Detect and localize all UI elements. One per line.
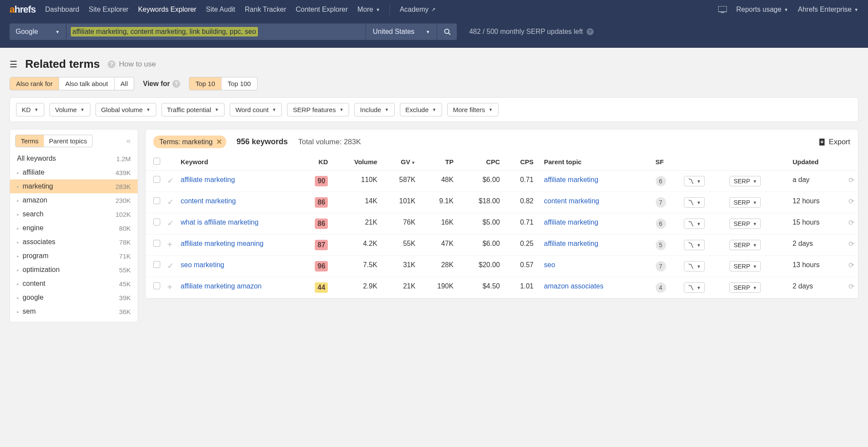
viewfor-option[interactable]: Top 100 [221,77,257,90]
row-checkbox[interactable] [153,197,160,204]
refresh-icon[interactable]: ⟳ [848,219,854,226]
col-parent[interactable]: Parent topic [537,153,652,171]
screen-icon[interactable] [718,6,727,13]
filter-chip[interactable]: Terms: marketing✕ [153,136,226,148]
col-updated[interactable]: Updated [789,153,845,171]
filter-serp-features[interactable]: SERP features▼ [287,103,349,116]
parent-topic-link[interactable]: affiliate marketing [544,176,598,183]
nav-keywords-explorer[interactable]: Keywords Explorer [138,6,196,13]
parent-topic-link[interactable]: affiliate marketing [544,219,598,226]
how-to-use[interactable]: ?How to use [108,60,156,69]
parent-topic-link[interactable]: seo [544,261,555,268]
sf-badge[interactable]: 7 [656,197,666,208]
col-sf[interactable]: SF [652,153,681,171]
parent-topic-link[interactable]: amazon associates [544,282,604,290]
filter-kd[interactable]: KD▼ [16,103,44,116]
sidebar-item[interactable]: ▸marketing283K [10,179,138,193]
nav-site-audit[interactable]: Site Audit [206,6,235,13]
nav-more[interactable]: More▼ [357,6,380,13]
nav-content-explorer[interactable]: Content Explorer [296,6,348,13]
country-select[interactable]: United States▼ [366,23,437,40]
sf-badge[interactable]: 6 [656,176,666,186]
plus-icon[interactable]: + [167,282,172,292]
nav-site-explorer[interactable]: Site Explorer [89,6,129,13]
nav-dashboard[interactable]: Dashboard [45,6,79,13]
sf-badge[interactable]: 6 [656,219,666,229]
keyword-link[interactable]: what is affiliate marketing [181,219,258,226]
col-keyword[interactable]: Keyword [177,153,299,171]
nav-enterprise[interactable]: Ahrefs Enterprise▼ [798,6,858,13]
refresh-icon[interactable]: ⟳ [848,240,854,248]
serp-button[interactable]: SERP▼ [729,219,761,229]
serp-button[interactable]: SERP▼ [729,240,761,250]
serp-button[interactable]: SERP▼ [729,176,761,186]
select-all-checkbox[interactable] [153,158,160,165]
filter-more-filters[interactable]: More filters▼ [447,103,498,116]
collapse-icon[interactable]: « [126,136,132,146]
parent-topic-link[interactable]: affiliate marketing [544,240,598,247]
mode-option[interactable]: Also talk about [59,77,114,90]
keyword-link[interactable]: affiliate marketing [181,176,235,183]
sidebar-item[interactable]: ▸optimization55K [10,263,138,277]
viewfor-option[interactable]: Top 10 [189,77,221,90]
search-button[interactable] [437,23,457,40]
sidebar-item[interactable]: ▸content45K [10,277,138,291]
keyword-link[interactable]: affiliate marketing meaning [181,240,264,247]
sidebar-item[interactable]: ▸program71K [10,249,138,263]
trend-button[interactable]: 〽▼ [684,197,705,208]
help-icon[interactable]: ? [172,80,180,88]
logo[interactable]: ahrefs [10,4,36,15]
sidebar-item[interactable]: ▸amazon230K [10,193,138,207]
filter-word-count[interactable]: Word count▼ [230,103,282,116]
row-checkbox[interactable] [153,240,160,247]
plus-icon[interactable]: + [167,240,172,249]
col-volume[interactable]: Volume [331,153,381,171]
sf-badge[interactable]: 4 [656,282,666,293]
help-icon[interactable]: ? [587,28,594,35]
export-button[interactable]: Export [818,138,850,146]
row-checkbox[interactable] [153,219,160,225]
remove-chip-icon[interactable]: ✕ [216,138,222,146]
sidebar-item[interactable]: ▸google39K [10,291,138,305]
sf-badge[interactable]: 5 [656,240,666,250]
keyword-link[interactable]: affiliate marketing amazon [181,282,261,290]
refresh-icon[interactable]: ⟳ [848,198,854,205]
filter-exclude[interactable]: Exclude▼ [400,103,442,116]
trend-button[interactable]: 〽▼ [684,219,705,229]
trend-button[interactable]: 〽▼ [684,240,705,250]
filter-traffic-potential[interactable]: Traffic potential▼ [162,103,225,116]
col-kd[interactable]: KD [299,153,332,171]
filter-include[interactable]: Include▼ [354,103,394,116]
serp-button[interactable]: SERP▼ [729,197,761,208]
nav-rank-tracker[interactable]: Rank Tracker [245,6,286,13]
trend-button[interactable]: 〽▼ [684,282,705,293]
sidebar-item[interactable]: ▸engine80K [10,221,138,235]
filter-volume[interactable]: Volume▼ [50,103,90,116]
row-checkbox[interactable] [153,282,160,289]
nav-academy[interactable]: Academy↗ [399,6,436,13]
col-cps[interactable]: CPS [503,153,537,171]
sidebar-item[interactable]: ▸search102K [10,207,138,221]
sidebar-all-keywords[interactable]: All keywords 1.2M [10,152,138,166]
search-engine-select[interactable]: Google▼ [10,23,66,40]
sidebar-item[interactable]: ▸sem36K [10,305,138,318]
refresh-icon[interactable]: ⟳ [848,283,854,290]
sidebar-tab[interactable]: Terms [16,135,44,147]
serp-button[interactable]: SERP▼ [729,282,761,293]
refresh-icon[interactable]: ⟳ [848,176,854,184]
keywords-input[interactable]: affiliate marketing, content marketing, … [66,23,366,40]
serp-button[interactable]: SERP▼ [729,261,761,272]
row-checkbox[interactable] [153,176,160,183]
nav-reports-usage[interactable]: Reports usage▼ [736,6,789,13]
col-gv[interactable]: GV▼ [381,153,419,171]
row-checkbox[interactable] [153,261,160,268]
menu-icon[interactable]: ☰ [10,59,17,70]
keyword-link[interactable]: seo marketing [181,261,224,268]
col-tp[interactable]: TP [419,153,457,171]
sidebar-item[interactable]: ▸associates78K [10,235,138,249]
sidebar-item[interactable]: ▸affiliate439K [10,166,138,179]
trend-button[interactable]: 〽▼ [684,176,705,186]
mode-option[interactable]: All [115,77,134,90]
col-cpc[interactable]: CPC [457,153,503,171]
parent-topic-link[interactable]: content marketing [544,197,599,205]
